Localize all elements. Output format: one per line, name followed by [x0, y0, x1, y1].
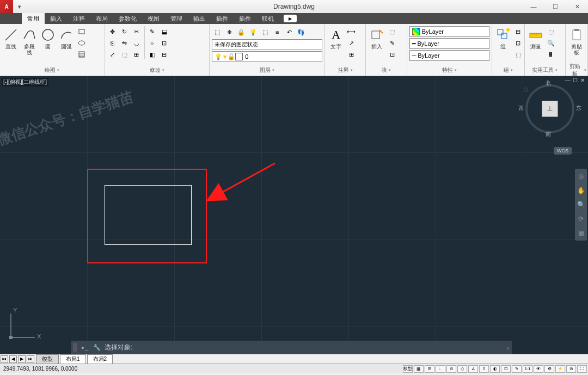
showmotion-icon[interactable]: ▦ [576, 228, 586, 238]
otrack-toggle-icon[interactable]: ∠ [468, 365, 478, 373]
fillet-icon[interactable]: ◡ [131, 38, 142, 48]
viewcube[interactable]: 上 北 南 东 西 [523, 82, 577, 136]
ellipse-icon[interactable] [76, 38, 87, 48]
panel-block-title[interactable]: 块 [367, 66, 405, 75]
layer-freeze-icon[interactable]: ❄ [224, 27, 235, 38]
ucs-icon[interactable]: Y X [7, 309, 39, 343]
arc-button[interactable]: 圆弧 [58, 26, 75, 51]
line-button[interactable]: 直线 [2, 26, 20, 51]
tab-parametric[interactable]: 参数化 [113, 13, 142, 24]
osnap-toggle-icon[interactable]: ◇ [457, 365, 467, 373]
move-icon[interactable]: ✥ [107, 26, 118, 37]
snap-toggle-icon[interactable]: ⊞ [425, 365, 434, 373]
viewcube-face[interactable]: 上 [542, 101, 558, 117]
panel-layer-title[interactable]: 图层 [211, 66, 323, 75]
panel-group-title[interactable]: 组 [493, 66, 523, 75]
group-edit-icon[interactable]: ⊡ [513, 38, 524, 48]
lineweight-toggle-icon[interactable]: ≡ [479, 365, 489, 373]
panel-annotation-title[interactable]: 注释 [326, 66, 364, 75]
orbit-icon[interactable]: ⟳ [576, 213, 586, 224]
group-button[interactable]: 组 [494, 26, 512, 51]
group-bbox-icon[interactable]: ⬚ [513, 49, 524, 60]
attr-icon[interactable]: ⊡ [387, 49, 397, 60]
tab-output[interactable]: 输出 [188, 13, 211, 24]
viewcube-n[interactable]: 北 [546, 79, 551, 87]
drawn-rectangle[interactable] [105, 185, 192, 245]
tab-online[interactable]: 联机 [256, 13, 279, 24]
tab-first-icon[interactable]: ⏮ [1, 355, 8, 363]
stretch-icon[interactable]: ⤢ [107, 49, 118, 60]
modify-5-icon[interactable]: ⊡ [159, 38, 170, 48]
grid-toggle-icon[interactable]: ▦ [414, 365, 424, 373]
viewcube-w[interactable]: 西 [518, 104, 524, 112]
ungroup-icon[interactable]: ⊟ [513, 26, 524, 37]
layer-walk-icon[interactable]: 👣 [296, 27, 307, 38]
zoom-extents-icon[interactable]: 🔍 [576, 199, 586, 210]
polar-toggle-icon[interactable]: ⊙ [446, 365, 456, 373]
scale-icon[interactable]: ⬚ [119, 49, 130, 60]
viewport-label[interactable]: [-][俯视][二维线框] [2, 78, 48, 87]
layer-state-dropdown[interactable]: 未保存的图层状态 [212, 39, 322, 50]
tab-annotate[interactable]: 注释 [68, 13, 90, 24]
paste-button[interactable]: 剪贴板 [568, 26, 585, 57]
viewcube-s[interactable]: 南 [546, 131, 551, 138]
mirror-icon[interactable]: ⇋ [119, 38, 130, 48]
transparency-toggle-icon[interactable]: ◐ [490, 365, 500, 373]
modify-3-icon[interactable]: ◧ [147, 49, 158, 60]
isolate-icon[interactable]: ⊘ [566, 365, 576, 373]
cmd-grip-icon[interactable] [73, 343, 77, 352]
edit-block-icon[interactable]: ✎ [387, 38, 397, 48]
layer-prev-icon[interactable]: ↶ [284, 27, 295, 38]
pan-icon[interactable]: ✋ [576, 185, 586, 196]
select-icon[interactable]: ⬚ [546, 26, 556, 37]
table-icon[interactable]: ⊞ [346, 49, 357, 60]
tab-layout2[interactable]: 布局2 [87, 354, 113, 364]
panel-draw-title[interactable]: 绘图 [1, 66, 103, 75]
modify-1-icon[interactable]: ✎ [147, 26, 158, 37]
linetype-dropdown[interactable]: ─ ByLayer [409, 50, 489, 61]
insert-button[interactable]: 插入 [368, 26, 385, 51]
cmd-expand-icon[interactable]: ▴ [506, 344, 510, 351]
viewcube-e[interactable]: 东 [576, 104, 581, 112]
rect-icon[interactable] [76, 26, 87, 37]
calc-icon[interactable]: 🖩 [546, 49, 556, 60]
qp-toggle-icon[interactable]: ⊡ [501, 365, 511, 373]
tab-next-icon[interactable]: ▶ [18, 355, 26, 363]
text-button[interactable]: A 文字 [327, 26, 345, 51]
doc-close-icon[interactable]: ✕ [580, 77, 587, 84]
clean-screen-icon[interactable]: ⛶ [577, 365, 587, 373]
anno-vis-icon[interactable]: 👁 [534, 365, 543, 373]
layer-iso-icon[interactable]: ⬚ [260, 27, 271, 38]
app-menu-icon[interactable]: A [0, 0, 13, 13]
layer-prop-icon[interactable]: ⬚ [212, 27, 223, 38]
dim-linear-icon[interactable]: ⟷ [346, 26, 357, 37]
cmd-recent-icon[interactable]: 🔧 [93, 343, 101, 352]
tab-insert[interactable]: 插入 [45, 13, 68, 24]
tab-addins2[interactable]: 插件 [234, 13, 256, 24]
tab-manage[interactable]: 管理 [165, 13, 188, 24]
anno-scale[interactable]: 1:1 [523, 365, 532, 373]
qat-new-icon[interactable]: ▾ [15, 2, 24, 11]
command-line[interactable]: ▸_ 🔧 选择对象: ▴ [71, 341, 512, 354]
tab-layout[interactable]: 布局 [90, 13, 113, 24]
modify-4-icon[interactable]: ⬓ [159, 26, 170, 37]
panel-modify-title[interactable]: 修改 [106, 66, 209, 75]
tab-addins[interactable]: 插件 [211, 13, 234, 24]
panel-clipboard-title[interactable]: 剪贴板 [567, 66, 586, 75]
lineweight-dropdown[interactable]: ━ ByLayer [409, 38, 489, 49]
model-toggle[interactable]: 模型 [403, 365, 413, 373]
layer-match-icon[interactable]: ≡ [272, 27, 283, 38]
rotate-icon[interactable]: ↻ [119, 26, 130, 37]
layer-dropdown[interactable]: 💡 ☀ 🔓 0 [212, 51, 322, 62]
tab-prev-icon[interactable]: ◀ [9, 355, 17, 363]
maximize-button[interactable]: ☐ [544, 0, 566, 13]
ortho-toggle-icon[interactable]: ∟ [436, 365, 445, 373]
tab-layout1[interactable]: 布局1 [60, 354, 86, 364]
close-button[interactable]: ✕ [566, 0, 588, 13]
tab-model[interactable]: 模型 [36, 354, 59, 364]
qselect-icon[interactable]: 🔍 [546, 38, 556, 48]
steering-wheel-icon[interactable]: ◎ [576, 171, 586, 182]
minimize-button[interactable]: — [523, 0, 544, 13]
coordinates[interactable]: 2949.7493, 1081.9966, 0.0000 [0, 366, 81, 372]
tab-last-icon[interactable]: ⏭ [27, 355, 34, 363]
